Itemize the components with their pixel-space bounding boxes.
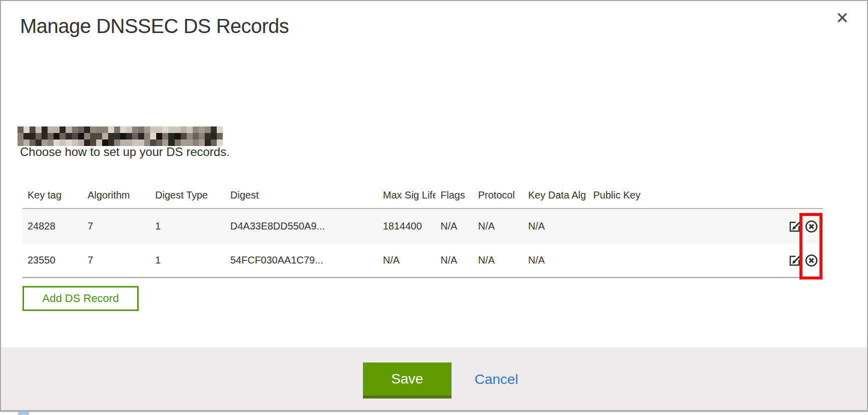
- delete-record-icon[interactable]: [804, 219, 819, 234]
- cell-max-sig-life: N/A: [378, 254, 436, 266]
- cell-key-data-alg: N/A: [523, 220, 588, 232]
- cell-protocol: N/A: [473, 254, 523, 266]
- cell-digest: 54FCF030AA1C79...: [225, 254, 378, 266]
- background-page-artifact: [18, 412, 29, 415]
- column-header-max-sig-life: Max Sig Life: [378, 190, 436, 201]
- column-header-flags: Flags: [436, 190, 473, 201]
- page-title: Manage DNSSEC DS Records: [20, 15, 289, 38]
- ds-records-table: Key tag Algorithm Digest Type Digest Max…: [23, 181, 823, 278]
- cell-protocol: N/A: [473, 220, 523, 232]
- cell-max-sig-life: 1814400: [378, 220, 436, 232]
- dnssec-ds-records-modal: Manage DNSSEC DS Records ✕ Choose how to…: [0, 0, 868, 412]
- cell-algorithm: 7: [83, 254, 150, 266]
- column-header-algorithm: Algorithm: [83, 190, 150, 201]
- cell-flags: N/A: [436, 220, 473, 232]
- cell-flags: N/A: [436, 254, 473, 266]
- row-actions: [761, 253, 823, 268]
- column-header-digest: Digest: [225, 190, 378, 201]
- row-actions: [761, 219, 823, 234]
- cell-key-tag: 23550: [23, 254, 83, 266]
- cancel-link[interactable]: Cancel: [475, 372, 518, 388]
- cell-key-tag: 24828: [23, 220, 83, 232]
- delete-record-icon[interactable]: [804, 253, 819, 268]
- cell-key-data-alg: N/A: [523, 254, 588, 266]
- edit-record-icon[interactable]: [787, 219, 802, 234]
- column-header-key-tag: Key tag: [23, 190, 83, 201]
- table-row: 24828 7 1 D4A33E8DD550A9... 1814400 N/A …: [23, 209, 823, 244]
- add-ds-record-button[interactable]: Add DS Record: [23, 286, 139, 311]
- table-row: 23550 7 1 54FCF030AA1C79... N/A N/A N/A …: [23, 244, 823, 278]
- cell-digest: D4A33E8DD550A9...: [225, 220, 378, 232]
- cell-algorithm: 7: [83, 220, 150, 232]
- edit-record-icon[interactable]: [787, 253, 802, 268]
- column-header-key-data-alg: Key Data Alg: [523, 190, 588, 201]
- column-header-public-key: Public Key: [588, 190, 761, 201]
- column-header-digest-type: Digest Type: [150, 190, 225, 201]
- cell-digest-type: 1: [150, 254, 225, 266]
- save-button[interactable]: Save: [363, 362, 452, 398]
- modal-footer: Save Cancel: [1, 348, 867, 410]
- instruction-text: Choose how to set up your DS records.: [20, 145, 230, 159]
- table-header-row: Key tag Algorithm Digest Type Digest Max…: [23, 181, 823, 209]
- cell-digest-type: 1: [150, 220, 225, 232]
- close-icon[interactable]: ✕: [835, 10, 849, 26]
- column-header-protocol: Protocol: [473, 190, 523, 201]
- redacted-domain-name: [18, 126, 223, 146]
